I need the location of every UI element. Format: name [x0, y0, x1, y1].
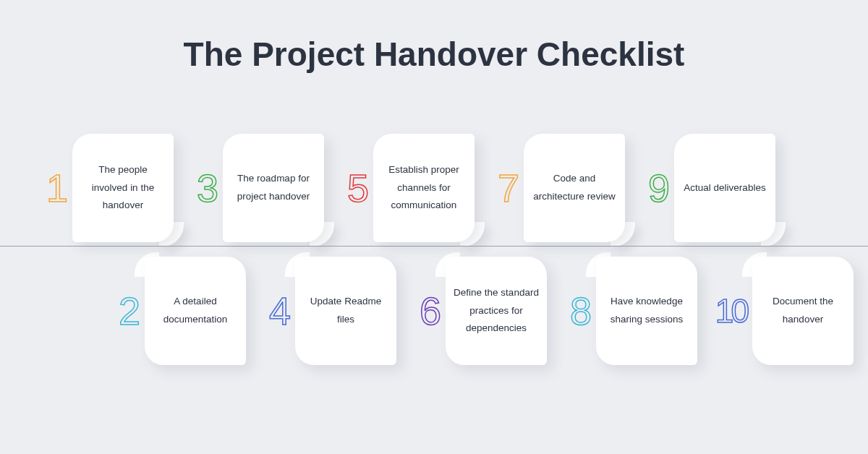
- checklist-item-5: 5 Establish proper channels for communic…: [330, 130, 482, 246]
- step-number-2: 2: [101, 288, 145, 333]
- checklist-item-2: 2 A detailed documentation: [101, 253, 253, 369]
- checklist-item-3: 3 The roadmap for project handover: [179, 130, 331, 246]
- step-card-1: The people involved in the handover: [72, 134, 174, 242]
- step-number-9: 9: [631, 166, 674, 210]
- step-card-7: Code and architecture review: [524, 134, 625, 242]
- step-number-8: 8: [553, 288, 596, 333]
- step-number-10: 10: [703, 291, 752, 330]
- checklist-item-1: 1 The people involved in the handover: [29, 130, 181, 246]
- step-number-3: 3: [179, 166, 223, 210]
- checklist-item-10: 10 Document the handover: [703, 253, 855, 369]
- step-card-8: Have knowledge sharing sessions: [596, 257, 697, 365]
- checklist-item-8: 8 Have knowledge sharing sessions: [553, 253, 705, 369]
- step-card-3: The roadmap for project handover: [223, 134, 324, 242]
- step-card-2: A detailed documentation: [145, 257, 246, 365]
- checklist-item-4: 4 Update Readme files: [252, 253, 404, 369]
- step-card-6: Define the standard practices for depend…: [446, 257, 547, 365]
- step-number-4: 4: [252, 288, 295, 333]
- page-title: The Project Handover Checklist: [0, 0, 868, 74]
- step-card-9: Actual deliverables: [674, 134, 775, 242]
- step-number-1: 1: [29, 166, 72, 210]
- checklist-item-6: 6 Define the standard practices for depe…: [402, 253, 554, 369]
- step-card-4: Update Readme files: [295, 257, 396, 365]
- checklist-item-9: 9 Actual deliverables: [631, 130, 783, 246]
- timeline-axis: [0, 246, 868, 247]
- step-card-5: Establish proper channels for communicat…: [373, 134, 475, 242]
- step-number-5: 5: [330, 166, 373, 210]
- step-number-7: 7: [480, 166, 524, 210]
- checklist-stage: 1 The people involved in the handover 2 …: [0, 123, 868, 398]
- checklist-item-7: 7 Code and architecture review: [480, 130, 632, 246]
- step-card-10: Document the handover: [752, 257, 854, 365]
- step-number-6: 6: [402, 288, 446, 333]
